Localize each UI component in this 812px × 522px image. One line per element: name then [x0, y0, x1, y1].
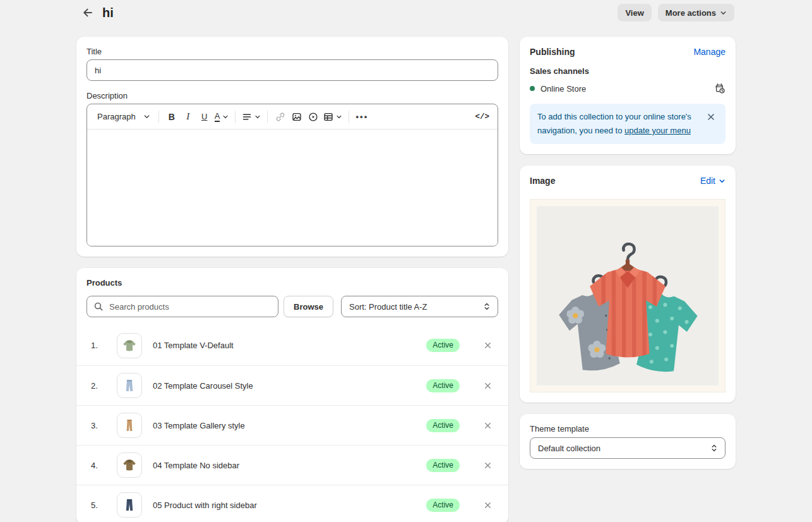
image-heading: Image [530, 176, 555, 186]
product-row: 1. 01 Template V-Default Active [76, 325, 508, 365]
image-card: Image Edit [520, 166, 736, 403]
view-button[interactable]: View [618, 4, 651, 21]
search-icon [93, 301, 104, 312]
banner-message: To add this collection to your online st… [537, 110, 700, 138]
toolbar-divider [267, 111, 268, 123]
product-title: 03 Template Gallery style [153, 421, 245, 430]
status-badge: Active [426, 379, 460, 392]
products-heading: Products [76, 278, 508, 288]
insert-image-button[interactable] [289, 108, 305, 126]
arrow-left-icon [81, 6, 94, 19]
table-button[interactable] [321, 108, 344, 126]
remove-product-button[interactable] [480, 418, 495, 433]
edit-image-link[interactable]: Edit [700, 176, 725, 186]
close-icon [484, 461, 492, 470]
details-card: Title Description Paragraph B I [76, 37, 508, 257]
toolbar-divider [349, 111, 349, 123]
italic-button[interactable]: I [180, 108, 196, 126]
dismiss-banner-button[interactable] [704, 110, 718, 124]
caret-updown-icon [710, 444, 719, 452]
channel-name: Online Store [540, 84, 586, 94]
product-thumbnail [117, 333, 142, 358]
close-icon [707, 112, 715, 121]
product-title: 05 Product with right sidebar [153, 501, 257, 510]
description-editor: Paragraph B I U A [87, 104, 498, 246]
caret-updown-icon [482, 302, 491, 311]
status-badge: Active [426, 459, 460, 472]
alignment-button[interactable] [240, 108, 263, 126]
shirts-on-hangers-illustration [542, 210, 713, 381]
link-button[interactable] [272, 108, 289, 126]
manage-link[interactable]: Manage [693, 47, 725, 57]
status-badge: Active [426, 499, 460, 512]
align-left-icon [242, 112, 252, 122]
editor-toolbar: Paragraph B I U A [87, 104, 498, 130]
close-icon [484, 341, 492, 349]
chevron-down-icon [254, 114, 261, 120]
product-title: 04 Template No sidebar [153, 461, 239, 470]
description-label: Description [87, 91, 498, 100]
sales-channels-heading: Sales channels [530, 66, 725, 76]
description-textarea[interactable] [87, 130, 498, 246]
info-banner: To add this collection to your online st… [530, 104, 725, 144]
remove-product-button[interactable] [480, 338, 495, 353]
play-circle-icon [308, 112, 318, 122]
tan-pants-image [122, 418, 137, 433]
schedule-calendar-icon[interactable] [714, 83, 725, 94]
product-search[interactable] [87, 296, 278, 317]
chevron-down-icon [720, 9, 727, 16]
dark-jeans-image [122, 497, 137, 513]
title-label: Title [87, 47, 498, 56]
more-actions-button[interactable]: More actions [658, 4, 734, 21]
close-icon [484, 501, 492, 509]
text-color-button[interactable]: A [213, 108, 231, 126]
sort-select[interactable]: Sort: Product title A-Z [341, 296, 498, 317]
content: Title Description Paragraph B I [76, 37, 736, 522]
product-row: 2. 02 Template Carousel Style Active [76, 365, 508, 405]
products-card: Products Browse Sort: Product title A-Z [76, 268, 508, 522]
product-thumbnail [117, 492, 142, 518]
close-icon [484, 382, 492, 390]
product-thumbnail [117, 413, 142, 438]
update-your-menu-link[interactable]: update your menu [624, 126, 691, 135]
brown-hoodie-image [121, 457, 138, 473]
product-row: 3. 03 Template Gallery style Active [76, 405, 508, 445]
search-products-input[interactable] [108, 301, 272, 312]
chevron-down-icon [336, 114, 342, 120]
bold-button[interactable]: B [164, 108, 180, 126]
insert-video-button[interactable] [305, 108, 321, 126]
title-input[interactable] [87, 59, 498, 81]
browse-button[interactable]: Browse [284, 296, 333, 317]
product-list: 1. 01 Template V-Default Active [76, 325, 508, 522]
toolbar-divider [235, 111, 236, 123]
page: hi View More actions Title Description [76, 0, 736, 522]
product-row: 4. 04 Template No sidebar Active [76, 445, 508, 485]
code-view-button[interactable]: </> [473, 108, 491, 126]
remove-product-button[interactable] [480, 458, 495, 473]
publishing-card: Publishing Manage Sales channels Online … [520, 37, 736, 154]
back-button[interactable] [79, 4, 97, 21]
table-icon [323, 112, 333, 122]
underline-button[interactable]: U [196, 108, 213, 126]
chevron-down-icon [143, 113, 150, 120]
blue-jeans-image [122, 378, 137, 393]
theme-template-label: Theme template [530, 424, 725, 434]
product-thumbnail [117, 373, 142, 398]
collection-image[interactable] [530, 199, 725, 392]
top-bar-actions: View More actions [618, 4, 734, 21]
product-row: 5. 05 Product with right sidebar Active [76, 485, 508, 522]
channel-row: Online Store [530, 83, 725, 94]
remove-product-button[interactable] [480, 497, 495, 513]
paragraph-style-dropdown[interactable]: Paragraph [93, 108, 154, 126]
channel-status-dot [530, 86, 535, 91]
link-icon [275, 112, 285, 122]
toolbar-divider [158, 111, 159, 123]
theme-template-select[interactable]: Default collection [530, 437, 725, 459]
green-hoodie-image [121, 337, 138, 354]
product-thumbnail [117, 452, 142, 478]
publishing-heading: Publishing [530, 47, 575, 57]
image-icon [292, 112, 302, 122]
chevron-down-icon [719, 178, 725, 185]
remove-product-button[interactable] [480, 378, 495, 393]
more-formatting-button[interactable]: ••• [354, 108, 370, 126]
